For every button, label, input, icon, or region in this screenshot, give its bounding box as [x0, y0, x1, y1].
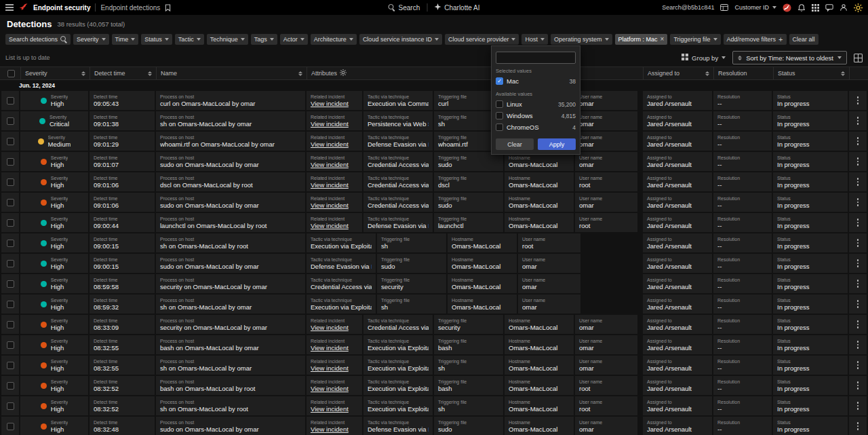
- kebab-menu-icon[interactable]: [856, 217, 861, 228]
- filter-severity[interactable]: Severity: [73, 34, 109, 45]
- row-checkbox[interactable]: [7, 321, 14, 328]
- kebab-menu-icon[interactable]: [856, 278, 861, 289]
- row-checkbox[interactable]: [7, 280, 14, 288]
- row-checkbox[interactable]: [7, 117, 14, 125]
- kebab-menu-icon[interactable]: [856, 176, 861, 187]
- kebab-menu-icon[interactable]: [856, 258, 861, 269]
- view-incident-link[interactable]: View incident: [311, 100, 358, 107]
- chat-icon[interactable]: [825, 3, 833, 12]
- column-header-name[interactable]: Name: [156, 67, 307, 79]
- apps-grid-icon[interactable]: [812, 4, 819, 12]
- charlotte-ai-button[interactable]: Charlotte AI: [434, 3, 479, 12]
- kebab-menu-icon[interactable]: [856, 115, 861, 126]
- kebab-menu-icon[interactable]: [856, 197, 861, 208]
- sort-icon[interactable]: [81, 71, 85, 76]
- filter-time[interactable]: Time: [112, 34, 139, 45]
- view-incident-link[interactable]: View incident: [311, 120, 358, 128]
- view-incident-link[interactable]: View incident: [311, 324, 358, 331]
- filter-platform-mac[interactable]: Platform : Mac×: [615, 34, 668, 45]
- breadcrumb-section[interactable]: Endpoint detections: [100, 4, 160, 12]
- platform-option-chromeos[interactable]: ChromeOS4: [496, 121, 576, 133]
- filter-actor[interactable]: Actor: [280, 34, 308, 45]
- filter-add-remove-filters[interactable]: Add/remove filters+: [724, 34, 787, 45]
- view-incident-link[interactable]: View incident: [311, 140, 358, 148]
- filter-search-detections[interactable]: Search detections: [5, 34, 71, 45]
- view-incident-link[interactable]: View incident: [311, 364, 358, 372]
- row-checkbox[interactable]: [7, 178, 14, 186]
- close-icon[interactable]: ×: [660, 36, 665, 43]
- column-header-status[interactable]: Status: [773, 67, 849, 79]
- option-checkbox[interactable]: [496, 100, 503, 108]
- kebab-menu-icon[interactable]: [856, 400, 861, 411]
- popup-clear-button[interactable]: Clear: [496, 138, 534, 150]
- kebab-menu-icon[interactable]: [856, 95, 861, 106]
- filter-technique[interactable]: Technique: [207, 34, 248, 45]
- row-checkbox[interactable]: [7, 382, 14, 390]
- option-checkbox[interactable]: ✓: [496, 77, 503, 85]
- row-checkbox[interactable]: [7, 219, 14, 227]
- gear-icon[interactable]: [340, 69, 347, 77]
- kebab-menu-icon[interactable]: [856, 238, 861, 248]
- column-header-severity[interactable]: Severity: [20, 67, 90, 79]
- row-checkbox[interactable]: [7, 138, 14, 145]
- row-checkbox[interactable]: [7, 301, 14, 308]
- view-incident-link[interactable]: View incident: [311, 344, 358, 352]
- row-checkbox[interactable]: [7, 260, 14, 267]
- platform-option-windows[interactable]: Windows4,815: [496, 110, 576, 121]
- view-incident-link[interactable]: View incident: [311, 222, 358, 229]
- console-icon[interactable]: [720, 4, 728, 11]
- kebab-menu-icon[interactable]: [856, 156, 861, 167]
- column-header-assigned-to[interactable]: Assigned to: [643, 67, 713, 79]
- kebab-menu-icon[interactable]: [856, 319, 861, 330]
- row-checkbox[interactable]: [7, 158, 14, 166]
- filter-clear-all[interactable]: Clear all: [789, 34, 818, 45]
- menu-icon[interactable]: [5, 4, 14, 11]
- column-header-detect-time[interactable]: Detect time: [90, 67, 156, 79]
- sort-icon[interactable]: [705, 71, 709, 76]
- row-checkbox[interactable]: [7, 362, 14, 369]
- kebab-menu-icon[interactable]: [856, 299, 861, 309]
- row-checkbox[interactable]: [7, 97, 14, 105]
- sort-icon[interactable]: [148, 71, 152, 76]
- row-checkbox[interactable]: [7, 402, 14, 410]
- kebab-menu-icon[interactable]: [856, 360, 861, 371]
- sort-icon[interactable]: [298, 71, 302, 76]
- kebab-menu-icon[interactable]: [856, 380, 861, 391]
- view-incident-link[interactable]: View incident: [311, 405, 358, 413]
- popup-apply-button[interactable]: Apply: [538, 138, 576, 150]
- user-icon[interactable]: [840, 3, 848, 12]
- filter-operating-system[interactable]: Operating system: [551, 34, 612, 45]
- kebab-menu-icon[interactable]: [856, 339, 861, 350]
- platform-option-mac[interactable]: ✓Mac38: [496, 75, 576, 87]
- view-incident-link[interactable]: View incident: [311, 202, 358, 209]
- view-incident-link[interactable]: View incident: [311, 425, 358, 433]
- option-checkbox[interactable]: [496, 112, 503, 119]
- customer-id-dropdown[interactable]: Customer ID: [734, 4, 776, 11]
- option-checkbox[interactable]: [496, 124, 503, 131]
- filter-triggering-file[interactable]: Triggering file: [670, 34, 720, 45]
- column-header-resolution[interactable]: Resolution: [713, 67, 773, 79]
- sort-dropdown[interactable]: Sort by Time: Newest to oldest: [732, 51, 847, 64]
- bookmark-icon[interactable]: [165, 4, 171, 12]
- filter-status[interactable]: Status: [141, 34, 172, 45]
- falcon-support-icon[interactable]: [783, 3, 791, 12]
- popup-search-input[interactable]: [496, 52, 576, 64]
- view-incident-link[interactable]: View incident: [311, 385, 358, 392]
- kebab-menu-icon[interactable]: [856, 136, 861, 147]
- view-incident-link[interactable]: View incident: [311, 161, 358, 168]
- row-checkbox[interactable]: [7, 423, 14, 430]
- filter-host[interactable]: Host: [521, 34, 548, 45]
- global-search-button[interactable]: Search: [389, 4, 420, 12]
- row-checkbox[interactable]: [7, 199, 14, 206]
- bell-icon[interactable]: [797, 3, 806, 12]
- select-all-checkbox[interactable]: [7, 70, 15, 77]
- layout-grid-button[interactable]: [854, 54, 863, 62]
- row-checkbox[interactable]: [7, 341, 14, 349]
- group-by-button[interactable]: Group by: [682, 54, 726, 62]
- filter-architecture[interactable]: Architecture: [311, 34, 357, 45]
- filter-cloud-service-provider[interactable]: Cloud service provider: [445, 34, 519, 45]
- filter-tags[interactable]: Tags: [251, 34, 277, 45]
- filter-cloud-service-instance-id[interactable]: Cloud service instance ID: [359, 34, 442, 45]
- settings-gear-icon[interactable]: [854, 3, 863, 12]
- row-checkbox[interactable]: [7, 240, 14, 247]
